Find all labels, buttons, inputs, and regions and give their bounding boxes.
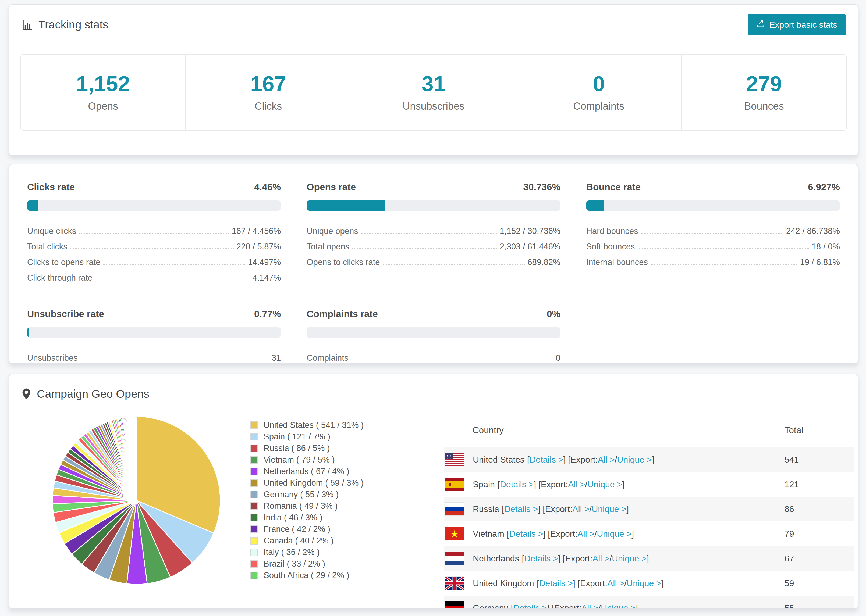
country-name: Vietnam <box>473 529 504 539</box>
summary-stat-unsubscribes: 31Unsubscribes <box>351 55 516 130</box>
export-unique-link[interactable]: Unique > <box>627 578 661 588</box>
rate-detail-rows: Complaints0 <box>307 347 560 363</box>
country-name: Spain <box>473 479 495 489</box>
details-link[interactable]: Details > <box>500 479 534 489</box>
detail-value: 18 / 0% <box>812 242 840 251</box>
detail-label: Soft bounces <box>586 242 635 251</box>
export-all-link[interactable]: All > <box>572 504 589 514</box>
detail-value: 689.82% <box>527 258 560 267</box>
dotted-leader <box>361 233 497 234</box>
bracket-close: ] <box>661 578 664 588</box>
legend-label: South Africa ( 29 / 2% ) <box>264 570 350 580</box>
rate-value: 0.77% <box>254 308 281 319</box>
details-link[interactable]: Details > <box>524 554 558 564</box>
dotted-leader <box>79 233 229 234</box>
legend-item-russia: Russia ( 86 / 5% ) <box>250 442 364 454</box>
export-label: ] [Export: <box>573 578 607 588</box>
rate-progress-bar <box>307 201 560 211</box>
geo-pie-chart[interactable] <box>50 415 222 586</box>
summary-stat-label: Opens <box>88 101 118 112</box>
legend-swatch <box>250 514 258 522</box>
dotted-leader <box>638 248 809 249</box>
export-basic-stats-button[interactable]: Export basic stats <box>748 14 846 36</box>
bracket: [ <box>511 603 513 609</box>
legend-swatch <box>250 525 258 533</box>
rate-title: Clicks rate <box>27 182 75 192</box>
export-all-link[interactable]: All > <box>598 455 614 465</box>
export-label: ] [Export: <box>558 554 592 564</box>
legend-swatch <box>250 572 258 579</box>
detail-label: Total opens <box>307 242 350 251</box>
bracket-close: ] <box>636 603 638 609</box>
legend-label: Netherlands ( 67 / 4% ) <box>264 467 350 476</box>
tracking-stats-title: Tracking stats <box>21 18 109 31</box>
geo-table-row-united-states: United States[Details >] [Export: All > … <box>444 447 854 472</box>
rate-progress-bar <box>27 201 281 211</box>
detail-value: 4.147% <box>252 273 281 283</box>
legend-label: Vietnam ( 79 / 5% ) <box>264 455 335 465</box>
legend-item-south-africa: South Africa ( 29 / 2% ) <box>250 569 364 581</box>
slash: / <box>609 554 612 564</box>
details-link[interactable]: Details > <box>513 603 547 609</box>
legend-item-netherlands: Netherlands ( 67 / 4% ) <box>250 465 364 477</box>
dotted-leader <box>641 233 783 234</box>
bracket-close: ] <box>631 529 634 539</box>
export-unique-link[interactable]: Unique > <box>587 479 622 489</box>
legend-swatch <box>250 456 258 464</box>
dotted-leader <box>650 264 797 265</box>
geo-table-row-germany: Germany[Details >] [Export: All > / Uniq… <box>444 596 854 609</box>
summary-stat-value: 1,152 <box>76 73 130 94</box>
detail-value: 1,152 / 30.736% <box>500 226 561 236</box>
export-unique-link[interactable]: Unique > <box>592 504 627 514</box>
export-unique-link[interactable]: Unique > <box>597 529 631 539</box>
export-all-link[interactable]: All > <box>578 529 594 539</box>
legend-item-vietnam: Vietnam ( 79 / 5% ) <box>250 454 364 465</box>
legend-label: United Kingdom ( 59 / 3% ) <box>264 478 364 488</box>
export-unique-link[interactable]: Unique > <box>612 554 647 564</box>
export-all-link[interactable]: All > <box>592 554 609 564</box>
location-pin-icon <box>21 388 31 400</box>
details-link[interactable]: Details > <box>529 455 563 465</box>
country-name: Germany <box>473 603 508 609</box>
legend-label: Romania ( 49 / 3% ) <box>264 501 338 511</box>
legend-label: Russia ( 86 / 5% ) <box>264 443 330 453</box>
export-unique-link[interactable]: Unique > <box>617 455 652 465</box>
geo-row-total: 59 <box>784 578 854 588</box>
export-all-link[interactable]: All > <box>607 578 624 588</box>
rate-block-unsubscribe-rate: Unsubscribe rate0.77%Unsubscribes31 <box>27 308 281 363</box>
rate-detail-unique-clicks: Unique clicks167 / 4.456% <box>27 220 281 236</box>
rate-detail-hard-bounces: Hard bounces242 / 86.738% <box>586 220 840 236</box>
tracking-stats-card: Tracking stats Export basic stats 1,152O… <box>9 4 858 156</box>
dotted-leader <box>383 264 525 265</box>
export-label: ] [Export: <box>534 479 568 489</box>
country-name: Russia <box>473 504 499 514</box>
geo-table-row-united-kingdom: United Kingdom[Details >] [Export: All >… <box>444 571 854 596</box>
export-all-link[interactable]: All > <box>568 479 585 489</box>
detail-value: 19 / 6.81% <box>800 258 840 267</box>
details-link[interactable]: Details > <box>509 529 543 539</box>
legend-swatch <box>250 491 258 498</box>
details-link[interactable]: Details > <box>539 578 573 588</box>
rate-detail-internal-bounces: Internal bounces19 / 6.81% <box>586 251 840 267</box>
total-column-header: Total <box>784 425 854 435</box>
country-name: Netherlands <box>473 554 519 564</box>
rate-title: Unsubscribe rate <box>27 308 104 319</box>
detail-value: 242 / 86.738% <box>786 226 840 236</box>
geo-row-total: 86 <box>784 504 854 514</box>
rate-head: Complaints rate0% <box>307 308 560 319</box>
export-unique-link[interactable]: Unique > <box>601 603 636 609</box>
geo-title: Campaign Geo Opens <box>21 388 149 401</box>
rate-detail-total-opens: Total opens2,303 / 61.446% <box>307 236 560 251</box>
legend-label: Germany ( 55 / 3% ) <box>264 490 339 499</box>
summary-stat-label: Complaints <box>573 101 624 112</box>
export-icon <box>756 19 765 30</box>
dotted-leader <box>80 360 269 360</box>
export-all-link[interactable]: All > <box>581 603 598 609</box>
country-column-header: Country <box>444 425 784 435</box>
legend-label: India ( 46 / 3% ) <box>264 513 323 522</box>
geo-row-country-cell: United States[Details >] [Export: All > … <box>444 453 784 466</box>
geo-row-total: 67 <box>784 554 854 564</box>
detail-value: 0 <box>556 353 560 363</box>
rate-detail-clicks-to-opens-rate: Clicks to opens rate14.497% <box>27 251 281 267</box>
details-link[interactable]: Details > <box>504 504 538 514</box>
